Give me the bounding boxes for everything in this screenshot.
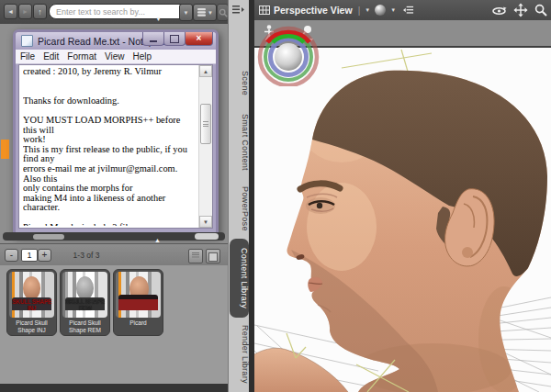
minimize-button[interactable] bbox=[142, 32, 164, 46]
viewport-pane: Perspective View | ▼ ▼ bbox=[254, 0, 551, 392]
tab-scene[interactable]: Scene bbox=[229, 64, 250, 103]
thumb-body bbox=[118, 295, 158, 310]
database-stack-icon bbox=[197, 7, 207, 17]
camera-dropdown[interactable]: ▼ bbox=[365, 7, 370, 13]
search-input[interactable] bbox=[49, 4, 190, 19]
list-view-button[interactable] bbox=[188, 249, 203, 263]
thumbnail-label: Picard Skull Shape REM bbox=[62, 319, 107, 333]
content-search-toolbar: ◄ ► ↑ ▼ ▼ bbox=[0, 0, 228, 25]
pane-tab-column: Scene Smart Content PowerPose Content Li… bbox=[228, 0, 250, 392]
scrollbar-thumb[interactable] bbox=[200, 104, 211, 144]
pane-options-icon[interactable] bbox=[231, 4, 245, 16]
orbit-icon[interactable] bbox=[491, 4, 507, 17]
viewport-options-icon[interactable] bbox=[402, 5, 415, 16]
thumbnail-picard-skull-shape-rem[interactable]: SKULL SHAPE REM Picard Skull Shape REM bbox=[60, 269, 110, 336]
notepad-window[interactable]: Picard Read Me.txt - Notepad × File Edit… bbox=[13, 29, 219, 236]
tab-content-library[interactable]: Content Library bbox=[230, 239, 249, 318]
pan-icon[interactable] bbox=[513, 3, 528, 17]
back-arrow-button[interactable]: ◄ bbox=[4, 4, 17, 19]
viewport-canvas[interactable] bbox=[254, 48, 551, 392]
thumbnail-image bbox=[116, 272, 161, 318]
thumb-overlay-text: SKULL SHAPE INJ bbox=[9, 298, 54, 311]
scroll-down-arrow[interactable]: ▼ bbox=[199, 216, 212, 228]
gizmo-sphere bbox=[275, 43, 302, 71]
page-range-label: 1-3 of 3 bbox=[0, 251, 173, 260]
drawstyle-dropdown[interactable]: ▼ bbox=[390, 7, 396, 13]
up-arrow-button[interactable]: ↑ bbox=[33, 4, 47, 19]
tab-powerpose[interactable]: PowerPose bbox=[229, 180, 250, 237]
splitter-handle-bottom[interactable]: ▲ bbox=[154, 237, 161, 243]
database-filter-button[interactable]: ▼ bbox=[193, 4, 217, 21]
notepad-text-area[interactable]: created : 2010, by Jeremy R. Vilmur Than… bbox=[18, 64, 213, 229]
thumbnail-picard-skull-shape-inj[interactable]: SKULL SHAPE INJ Picard Skull Shape INJ bbox=[6, 269, 57, 336]
notepad-menubar: File Edit Format View Help bbox=[16, 50, 216, 64]
thumb-head bbox=[76, 276, 94, 299]
panel-bottom-edge bbox=[0, 384, 249, 392]
library-pagination-bar: - 1 + 1-3 of 3 bbox=[0, 243, 228, 267]
library-thumbnails-area: SKULL SHAPE INJ Picard Skull Shape INJ S… bbox=[0, 265, 228, 384]
notepad-app-icon bbox=[21, 35, 33, 47]
notepad-text: created : 2010, by Jeremy R. Vilmur Than… bbox=[23, 67, 197, 226]
icon-view-icon bbox=[208, 252, 218, 262]
menu-view[interactable]: View bbox=[105, 51, 125, 62]
list-view-icon bbox=[192, 252, 199, 259]
search-dropdown-button[interactable]: ▼ bbox=[179, 4, 193, 21]
viewport-title: Perspective View bbox=[274, 5, 353, 16]
viewport-grid-icon[interactable] bbox=[259, 5, 270, 16]
scroll-up-arrow[interactable]: ▲ bbox=[199, 65, 212, 77]
hscroll-thumb[interactable] bbox=[33, 234, 64, 240]
shoulder bbox=[254, 348, 348, 392]
view-rotation-gizmo[interactable] bbox=[256, 22, 320, 86]
notepad-titlebar[interactable]: Picard Read Me.txt - Notepad × bbox=[16, 32, 216, 50]
scene-3d-head-render bbox=[254, 48, 551, 392]
zoom-icon[interactable] bbox=[534, 4, 547, 17]
icon-view-button[interactable] bbox=[206, 249, 220, 263]
camera-tools bbox=[491, 0, 547, 20]
splitter-handle-top[interactable]: ▼ bbox=[155, 16, 162, 22]
thumbnail-image: SKULL SHAPE INJ bbox=[9, 272, 54, 318]
drawstyle-sphere-icon[interactable] bbox=[375, 5, 386, 16]
hscroll-end-button[interactable] bbox=[195, 233, 219, 240]
menu-help[interactable]: Help bbox=[133, 51, 152, 62]
thumbnail-image: SKULL SHAPE REM bbox=[62, 272, 107, 318]
thumbnail-label: Picard Skull Shape INJ bbox=[9, 319, 54, 333]
forward-arrow-button[interactable]: ► bbox=[18, 4, 32, 19]
thumb-overlay-text: SKULL SHAPE REM bbox=[62, 298, 107, 311]
menu-format[interactable]: Format bbox=[67, 51, 96, 62]
close-button[interactable]: × bbox=[185, 32, 213, 46]
dock-highlight-accent bbox=[1, 140, 9, 159]
menu-edit[interactable]: Edit bbox=[43, 51, 59, 62]
maximize-button[interactable] bbox=[163, 32, 186, 46]
tab-render-library[interactable]: Render Library bbox=[229, 321, 250, 387]
daz-studio-window: ◄ ► ↑ ▼ ▼ ▼ Picard Read Me.txt - Notepad bbox=[0, 0, 551, 392]
thumb-head bbox=[23, 276, 40, 299]
viewport-header: Perspective View | ▼ ▼ bbox=[254, 0, 551, 20]
notepad-vertical-scrollbar[interactable]: ▲ ▼ bbox=[198, 65, 212, 228]
menu-file[interactable]: File bbox=[20, 51, 35, 62]
thumbnail-picard[interactable]: Picard bbox=[113, 269, 163, 336]
tab-smart-content[interactable]: Smart Content bbox=[229, 106, 250, 178]
panel-horizontal-scrollbar[interactable] bbox=[3, 232, 225, 241]
thumbnail-label: Picard bbox=[116, 319, 161, 327]
separator: | bbox=[358, 6, 361, 16]
search-icon bbox=[219, 8, 228, 17]
